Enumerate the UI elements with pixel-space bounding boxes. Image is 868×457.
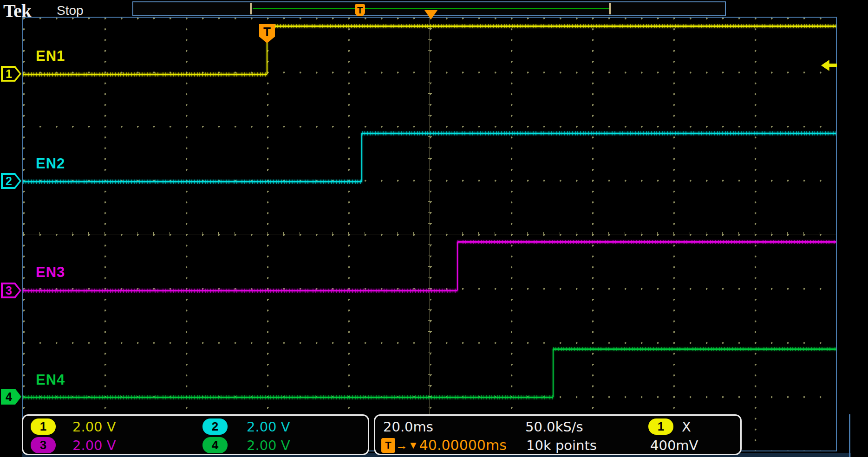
bezel-edge-line (849, 414, 850, 457)
trigger-slope-glyph: X (682, 419, 691, 435)
ch2-scale-readout: 2.00 V (247, 419, 290, 435)
ch1-badge: 1 (31, 418, 56, 435)
ch1-ground-marker: 1 (1, 66, 21, 82)
ch2-ground-marker: 2 (1, 173, 21, 189)
ch1-scale-readout: 2.00 V (72, 419, 116, 435)
ch4-ground-marker: 4 (1, 389, 21, 405)
ch3-ground-marker: 3 (1, 283, 21, 298)
sample-rate-readout: 50.0kS/s (525, 419, 583, 435)
trigger-delay-readout: T → ▼ 40.00000ms (381, 438, 507, 453)
ch2-signal-label: EN2 (36, 155, 65, 172)
arrow-right-icon: → (396, 438, 408, 453)
channel-number: 1 (1, 66, 21, 82)
ch3-signal-label: EN3 (36, 264, 65, 281)
ch2-trace-high (362, 133, 836, 134)
channel-number: 4 (1, 389, 21, 405)
ch4-trace-high (553, 348, 836, 350)
center-vertical-axis (428, 18, 432, 451)
ch4-rising-edge (553, 349, 554, 397)
channel-readout-box: 12.00 V22.00 V32.00 V42.00 V (22, 414, 369, 455)
ch3-trace-low (23, 290, 457, 291)
ch3-badge: 3 (31, 437, 56, 453)
horizontal-position-triangle-icon (424, 10, 437, 19)
ch2-badge: 2 (202, 418, 228, 435)
ch3-trace-high (457, 241, 836, 243)
record-window-right-bracket (609, 3, 611, 14)
record-length-readout: 10k points (526, 438, 597, 454)
ch3-rising-edge (457, 242, 458, 290)
ch4-trace-low (23, 397, 553, 398)
ch3-scale-readout: 2.00 V (72, 438, 116, 454)
ch4-badge: 4 (202, 437, 228, 453)
channel-number: 2 (1, 173, 21, 189)
ch4-signal-label: EN4 (36, 372, 65, 388)
ch2-rising-edge (361, 133, 362, 181)
ch4-scale-readout: 2.00 V (247, 438, 290, 454)
graticule (22, 17, 837, 451)
record-window-left-bracket (250, 3, 252, 14)
ch1-trace-low (23, 74, 267, 75)
ch1-trace-high (267, 26, 836, 27)
record-trigger-marker: T (355, 4, 365, 16)
acquisition-status: Stop (57, 3, 84, 18)
channel-number: 3 (1, 283, 21, 298)
ch2-trace-low (23, 181, 362, 182)
trigger-delay-value: 40.00000ms (419, 438, 507, 453)
timebase-readout: 20.0ms (383, 419, 433, 435)
record-window-line (253, 8, 610, 9)
trigger-t-icon: T (381, 438, 395, 453)
trigger-level-readout: 400mV (650, 438, 698, 454)
trigger-source-badge: 1 (648, 418, 673, 435)
triangle-down-icon: ▼ (408, 438, 418, 453)
horizontal-trigger-readout-box: 20.0ms 50.0kS/s T → ▼ 40.00000ms 10k poi… (374, 414, 742, 455)
oscilloscope-screen: Tek Stop T EN11EN22EN33EN44 T 12.00 V22.… (0, 0, 868, 457)
ch1-signal-label: EN1 (36, 48, 65, 64)
